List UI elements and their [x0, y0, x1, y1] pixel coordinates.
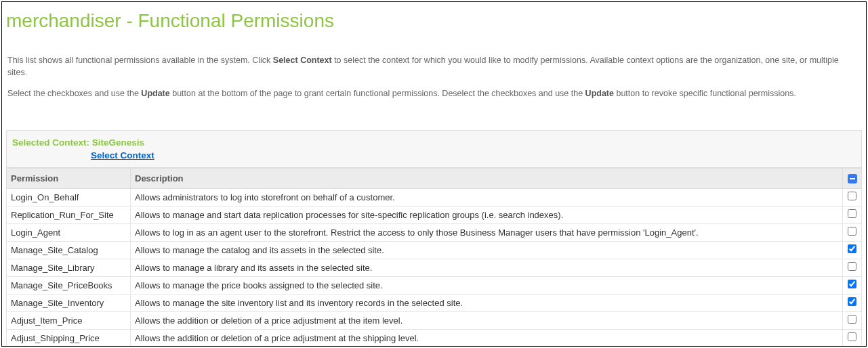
permission-checkbox[interactable]: [848, 297, 856, 306]
cell-permission: Manage_Site_Library: [7, 259, 131, 276]
table-header-row: Permission Description: [7, 168, 862, 188]
table-row: Login_Agent Allows to log in as an agent…: [7, 223, 862, 241]
cell-description: Allows to manage the catalog and its ass…: [131, 241, 843, 259]
table-row: Adjust_Shipping_Price Allows the additio…: [7, 329, 862, 347]
header-description: Description: [131, 168, 843, 188]
intro-p2-a: Select the checkboxes and use the: [7, 89, 141, 98]
permission-checkbox[interactable]: [848, 227, 856, 236]
intro-p2-d: Update: [585, 89, 614, 98]
table-row: Manage_Site_Inventory Allows to manage t…: [7, 294, 862, 311]
permission-checkbox[interactable]: [848, 244, 856, 253]
intro-p1-a: This list shows all functional permissio…: [7, 56, 273, 65]
select-context-link[interactable]: Select Context: [91, 150, 154, 160]
cell-permission: Replication_Run_For_Site: [7, 206, 131, 223]
cell-permission: Manage_Site_PriceBooks: [7, 276, 131, 294]
permissions-table: Permission Description Login_On_Behalf A…: [6, 168, 862, 347]
cell-description: Allows to manage a library and its asset…: [131, 259, 843, 276]
header-checkbox: [843, 168, 862, 188]
master-checkbox-icon[interactable]: [848, 174, 857, 183]
permission-checkbox[interactable]: [848, 332, 856, 341]
table-row: Manage_Site_PriceBooks Allows to manage …: [7, 276, 862, 294]
page-title: merchandiser - Functional Permissions: [2, 2, 866, 35]
cell-check: [843, 329, 862, 347]
cell-description: Allows to manage the price books assigne…: [131, 276, 843, 294]
cell-permission: Login_Agent: [7, 223, 131, 241]
table-row: Manage_Site_Catalog Allows to manage the…: [7, 241, 862, 259]
cell-description: Allows administrators to log into storef…: [131, 188, 843, 206]
table-body: Login_On_Behalf Allows administrators to…: [7, 188, 862, 347]
main-container: merchandiser - Functional Permissions Th…: [1, 1, 867, 347]
permission-checkbox[interactable]: [848, 315, 856, 324]
cell-check: [843, 259, 862, 276]
cell-check: [843, 188, 862, 206]
context-label: Selected Context:: [12, 137, 92, 148]
context-value: SiteGenesis: [92, 137, 144, 148]
selected-context-label: Selected Context: SiteGenesis: [12, 137, 856, 148]
cell-check: [843, 206, 862, 223]
table-row: Adjust_Item_Price Allows the addition or…: [7, 311, 862, 329]
table-row: Replication_Run_For_Site Allows to manag…: [7, 206, 862, 223]
cell-permission: Adjust_Shipping_Price: [7, 329, 131, 347]
intro-p2-c: button at the bottom of the page to gran…: [170, 89, 585, 98]
permission-checkbox[interactable]: [848, 280, 856, 288]
cell-check: [843, 276, 862, 294]
header-permission: Permission: [7, 168, 131, 188]
cell-permission: Adjust_Item_Price: [7, 311, 131, 329]
cell-description: Allows to log in as an agent user to the…: [131, 223, 843, 241]
cell-check: [843, 311, 862, 329]
intro-p1-b: Select Context: [273, 56, 332, 65]
cell-check: [843, 294, 862, 311]
cell-description: Allows to manage the site inventory list…: [131, 294, 843, 311]
cell-description: Allows the addition or deletion of a pri…: [131, 311, 843, 329]
table-row: Login_On_Behalf Allows administrators to…: [7, 188, 862, 206]
permission-checkbox[interactable]: [848, 262, 856, 271]
intro-paragraph-2: Select the checkboxes and use the Update…: [7, 88, 861, 100]
cell-permission: Manage_Site_Catalog: [7, 241, 131, 259]
cell-description: Allows to manage and start data replicat…: [131, 206, 843, 223]
intro-p2-b: Update: [141, 89, 169, 98]
context-box: Selected Context: SiteGenesis Select Con…: [6, 130, 862, 168]
cell-permission: Login_On_Behalf: [7, 188, 131, 206]
permission-checkbox[interactable]: [848, 192, 856, 200]
cell-check: [843, 241, 862, 259]
permission-checkbox[interactable]: [848, 209, 856, 218]
intro-paragraph-1: This list shows all functional permissio…: [7, 55, 861, 79]
cell-permission: Manage_Site_Inventory: [7, 294, 131, 311]
context-link-row: Select Context: [12, 148, 856, 160]
intro-p2-e: button to revoke specific functional per…: [614, 89, 796, 98]
intro-text: This list shows all functional permissio…: [2, 35, 866, 114]
cell-check: [843, 223, 862, 241]
cell-description: Allows the addition or deletion of a pri…: [131, 329, 843, 347]
table-row: Manage_Site_Library Allows to manage a l…: [7, 259, 862, 276]
